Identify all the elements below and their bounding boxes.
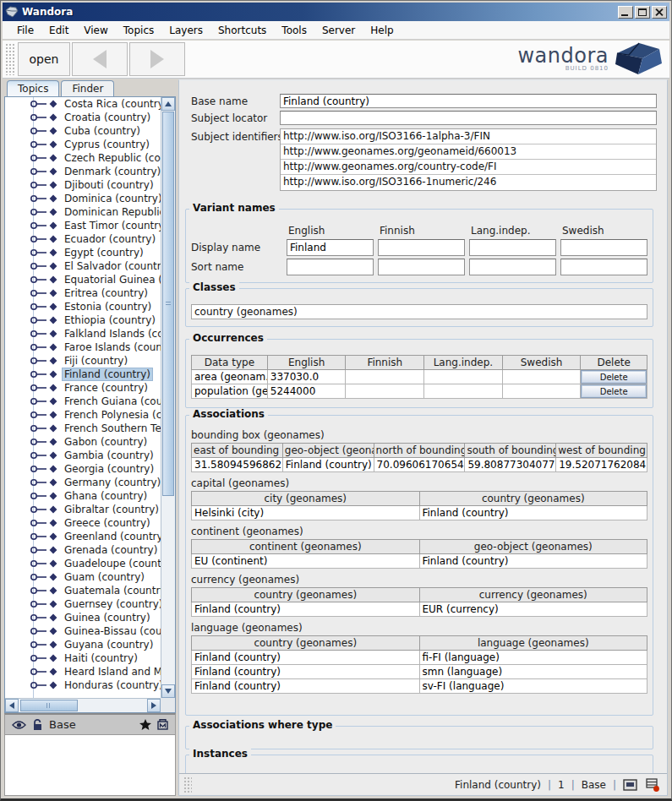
sort-name-finnish-input[interactable] [378,259,465,275]
tree-item-label[interactable]: Guinea (country) [63,612,152,624]
tree-item-label[interactable]: Guadeloupe (country) [63,558,161,569]
tree-item[interactable]: Georgia (country) [5,462,161,476]
association-cell[interactable]: Finland (country) [192,665,420,679]
subject-identifier[interactable]: http://www.geonames.org/geonameid/660013 [281,144,656,160]
tab-finder[interactable]: Finder [61,80,114,96]
menu-item[interactable]: Topics [116,23,161,38]
key-icon[interactable] [28,124,50,138]
maximize-button[interactable] [635,6,650,19]
tree-item-label[interactable]: Guatemala (country) [63,585,161,597]
association-cell[interactable]: 59.80877304077... [465,458,556,472]
key-icon[interactable] [28,422,50,435]
tree-item[interactable]: Haiti (country) [5,651,161,665]
tree-item[interactable]: Ecuador (country) [5,232,161,246]
key-icon[interactable] [28,327,50,341]
tree-item-label[interactable]: Djibouti (country) [63,179,156,191]
key-icon[interactable] [28,138,50,151]
tree-item[interactable]: Dominican Republic (country) [5,205,161,219]
menu-item[interactable]: Server [314,23,363,38]
tree-item-label[interactable]: Guam (country) [63,571,146,583]
key-icon[interactable] [28,530,50,543]
tree-item[interactable]: Cuba (country) [5,124,161,138]
subject-identifier[interactable]: http://www.geonames.org/country-code/FI [281,160,656,175]
layer-stack-red-dot-icon[interactable] [645,778,660,792]
key-icon[interactable] [28,516,50,530]
horizontal-scroll-thumb[interactable] [20,700,78,711]
tree-item-label[interactable]: Guyana (country) [63,639,155,651]
tree-item-label[interactable]: Czech Republic (country) [63,152,161,164]
tree-item-label[interactable]: Gibraltar (country) [63,504,161,515]
subject-identifier[interactable]: http://www.iso.org/ISO3166-1alpha-3/FIN [281,129,656,144]
key-icon[interactable] [28,462,50,476]
vertical-scroll-thumb[interactable] [162,112,174,496]
minimize-button[interactable] [618,6,633,19]
tree-item-label[interactable]: Equatorial Guinea (country) [63,274,161,286]
topic-view-icon[interactable] [623,778,638,792]
tree-item-label[interactable]: French Southern Territories (country) [63,422,161,434]
association-cell[interactable]: Helsinki (city) [192,506,420,520]
tree-item-label[interactable]: Guernsey (country) [63,598,161,610]
key-icon[interactable] [28,286,50,300]
display-name-finnish-input[interactable] [378,239,465,256]
tree-item[interactable]: France (country) [5,381,161,395]
key-icon[interactable] [28,503,50,516]
association-cell[interactable]: Finland (country) [282,458,374,472]
tree-item-label[interactable]: Honduras (country) [63,679,161,691]
association-cell[interactable]: Finland (country) [192,679,420,694]
key-icon[interactable] [28,570,50,584]
layer-bar[interactable]: Base [4,713,176,735]
key-icon[interactable] [28,408,50,422]
key-icon[interactable] [28,354,50,368]
tree-item-label[interactable]: Georgia (country) [63,463,156,475]
key-icon[interactable] [28,313,50,327]
tree-item[interactable]: Guatemala (country) [5,584,161,597]
key-icon[interactable] [28,300,50,313]
association-cell[interactable]: fi-FI (language) [419,651,647,665]
tree-item[interactable]: Guadeloupe (country) [5,557,161,570]
key-icon[interactable] [28,341,50,354]
key-icon[interactable] [28,665,50,678]
occurrence-type-cell[interactable]: population (ge... [192,384,268,399]
tree-item[interactable]: Greenland (country) [5,530,161,543]
subject-identifier[interactable]: http://www.iso.org/ISO3166-1numeric/246 [281,175,656,190]
key-icon[interactable] [28,435,50,449]
key-icon[interactable] [28,395,50,408]
tree-item[interactable]: Estonia (country) [5,300,161,313]
tree-item-label[interactable]: Ethiopia (country) [63,314,157,326]
key-icon[interactable] [28,449,50,462]
tree-item[interactable]: Eritrea (country) [5,286,161,300]
tree-item[interactable]: Egypt (country) [5,246,161,259]
scroll-up-button[interactable] [161,97,175,111]
key-icon[interactable] [28,219,50,232]
tree-item-label[interactable]: Falkland Islands (country) [63,328,161,340]
tree-item-label[interactable]: Faroe Islands (country) [63,341,161,353]
association-cell[interactable]: Finland (country) [192,651,420,665]
association-cell[interactable]: EU (continent) [192,554,420,569]
occurrence-value-cell[interactable]: 5244000 [267,384,346,399]
layer-config-icon[interactable] [157,719,168,730]
tree-item-label[interactable]: Finland (country) [63,368,152,380]
key-icon[interactable] [28,597,50,611]
tree-item-label[interactable]: France (country) [63,382,150,394]
menu-item[interactable]: View [76,23,115,38]
menu-item[interactable]: Tools [274,23,314,38]
occurrence-value-cell[interactable] [424,384,503,399]
tree-item[interactable]: French Guiana (country) [5,395,161,408]
display-name-english-input[interactable] [287,239,374,256]
association-cell[interactable]: 70.09606170654... [374,458,465,472]
tree-item-label[interactable]: El Salvador (country) [63,260,161,272]
unlock-icon[interactable] [32,719,43,731]
tree-item[interactable]: Ethiopia (country) [5,313,161,327]
tree-item-label[interactable]: Egypt (country) [63,247,145,259]
forward-button[interactable] [129,42,185,76]
association-cell[interactable]: Finland (country) [419,554,647,569]
key-icon[interactable] [28,489,50,503]
association-cell[interactable]: 19.52071762084... [556,458,647,472]
occurrence-value-cell[interactable] [346,384,424,399]
tree-item-label[interactable]: Costa Rica (country) [63,98,161,110]
tree-item-label[interactable]: Haiti (country) [63,652,139,664]
tree-item-label[interactable]: Ecuador (country) [63,233,157,245]
star-icon[interactable] [139,719,151,730]
tree-item-label[interactable]: Germany (country) [63,477,161,488]
menu-item[interactable]: Shortcuts [210,23,274,38]
